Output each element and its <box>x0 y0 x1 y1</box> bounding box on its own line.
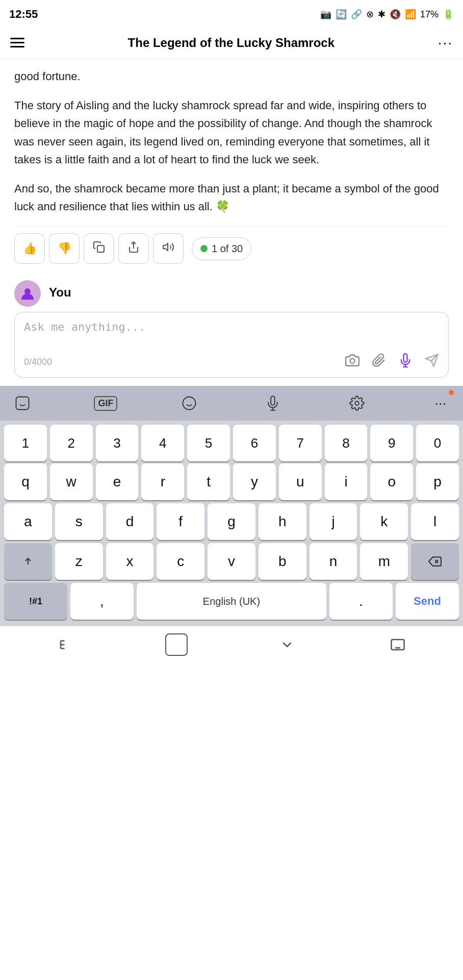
keyboard-area: GIF ··· <box>0 386 463 626</box>
key-9[interactable]: 9 <box>370 425 413 461</box>
svg-point-12 <box>183 397 195 410</box>
key-w[interactable]: w <box>50 463 93 500</box>
key-r[interactable]: r <box>141 463 184 500</box>
speaker-icon <box>162 241 174 256</box>
key-t[interactable]: t <box>187 463 230 500</box>
back-button[interactable] <box>50 629 81 660</box>
key-5[interactable]: 5 <box>187 425 230 461</box>
key-4[interactable]: 4 <box>141 425 184 461</box>
story-paragraph-2: And so, the shamrock became more than ju… <box>14 180 449 215</box>
key-y[interactable]: y <box>233 463 276 500</box>
keyboard-toggle-button[interactable] <box>382 629 413 660</box>
top-nav: The Legend of the Lucky Shamrock ··· <box>0 27 463 59</box>
copy-button[interactable] <box>84 233 114 264</box>
input-actions <box>345 353 439 371</box>
blocked-icon: ⊗ <box>366 9 374 20</box>
settings-icon[interactable] <box>345 391 369 415</box>
key-g[interactable]: g <box>208 503 255 540</box>
thumbs-down-button[interactable]: 👎 <box>49 233 80 264</box>
svg-point-17 <box>355 402 359 406</box>
key-e[interactable]: e <box>96 463 139 500</box>
backspace-button[interactable] <box>411 543 459 580</box>
keyboard-mic-button[interactable] <box>261 391 285 415</box>
key-m[interactable]: m <box>360 543 408 580</box>
key-q[interactable]: q <box>4 463 47 500</box>
menu-button[interactable] <box>10 38 24 47</box>
input-container: 0/4000 <box>14 312 449 378</box>
speaker-button[interactable] <box>153 233 184 264</box>
keyboard-row-a: a s d f g h j k l <box>0 503 463 543</box>
home-button[interactable] <box>161 629 192 660</box>
svg-rect-0 <box>97 246 104 252</box>
thumbs-up-icon: 👍 <box>23 242 37 255</box>
key-n[interactable]: n <box>310 543 357 580</box>
svg-rect-9 <box>16 397 29 410</box>
link-icon: 🔗 <box>351 9 362 20</box>
status-time: 12:55 <box>9 8 38 21</box>
emoji-button[interactable] <box>177 391 201 415</box>
key-c[interactable]: c <box>157 543 204 580</box>
key-d[interactable]: d <box>106 503 154 540</box>
keyboard-row-q: q w e r t y u i o p <box>0 463 463 503</box>
key-1[interactable]: 1 <box>4 425 47 461</box>
page-indicator: 1 of 30 <box>192 237 251 260</box>
more-options-button[interactable]: ··· <box>438 35 453 51</box>
keyboard-toolbar: GIF ··· <box>0 386 463 421</box>
key-comma[interactable]: , <box>70 583 134 620</box>
key-6[interactable]: 6 <box>233 425 276 461</box>
share-button[interactable] <box>118 233 149 264</box>
key-period[interactable]: . <box>329 583 393 620</box>
key-k[interactable]: k <box>360 503 408 540</box>
key-i[interactable]: i <box>325 463 368 500</box>
key-2[interactable]: 2 <box>50 425 93 461</box>
user-section: You <box>14 271 449 312</box>
message-input[interactable] <box>24 321 439 346</box>
thumbs-down-icon: 👎 <box>58 242 71 255</box>
key-3[interactable]: 3 <box>96 425 139 461</box>
key-0[interactable]: 0 <box>416 425 459 461</box>
key-x[interactable]: x <box>106 543 154 580</box>
gif-button[interactable]: GIF <box>94 396 117 411</box>
more-keyboard-button[interactable]: ··· <box>428 391 453 415</box>
special-chars-button[interactable]: !#1 <box>4 583 67 620</box>
number-row: 1 2 3 4 5 6 7 8 9 0 <box>0 421 463 463</box>
shift-button[interactable] <box>4 543 52 580</box>
input-footer: 0/4000 <box>24 353 439 371</box>
key-h[interactable]: h <box>259 503 306 540</box>
key-u[interactable]: u <box>279 463 322 500</box>
share-icon <box>127 241 140 256</box>
svg-point-4 <box>350 359 354 363</box>
bottom-nav <box>0 626 463 663</box>
key-7[interactable]: 7 <box>279 425 322 461</box>
wifi-icon: 📶 <box>405 9 416 20</box>
space-button[interactable]: English (UK) <box>137 583 326 620</box>
attachment-button[interactable] <box>372 353 386 371</box>
sticker-icon[interactable] <box>10 391 35 415</box>
key-l[interactable]: l <box>411 503 459 540</box>
action-bar: 👍 👎 <box>14 226 449 271</box>
svg-marker-2 <box>163 243 168 251</box>
keyboard-row-bottom: !#1 , English (UK) . Send <box>0 583 463 626</box>
battery-icon: 🔋 <box>443 9 454 20</box>
send-keyboard-button[interactable]: Send <box>396 583 459 620</box>
key-p[interactable]: p <box>416 463 459 500</box>
battery-text: 17% <box>420 9 439 20</box>
microphone-button[interactable] <box>398 353 413 371</box>
recents-button[interactable] <box>272 629 302 660</box>
key-8[interactable]: 8 <box>325 425 368 461</box>
key-f[interactable]: f <box>157 503 204 540</box>
story-paragraph-1: The story of Aisling and the lucky shamr… <box>14 96 449 168</box>
key-b[interactable]: b <box>259 543 306 580</box>
key-j[interactable]: j <box>310 503 357 540</box>
key-v[interactable]: v <box>208 543 255 580</box>
key-a[interactable]: a <box>4 503 52 540</box>
thumbs-up-button[interactable]: 👍 <box>14 233 45 264</box>
key-o[interactable]: o <box>370 463 413 500</box>
camera-input-button[interactable] <box>345 353 359 371</box>
key-s[interactable]: s <box>55 503 103 540</box>
key-z[interactable]: z <box>55 543 103 580</box>
copy-icon <box>93 241 105 256</box>
status-bar: 12:55 📷 🔄 🔗 ⊗ ✱ 🔇 📶 17% 🔋 <box>0 0 463 27</box>
send-button[interactable] <box>425 353 439 371</box>
page-dot-icon <box>200 245 208 252</box>
